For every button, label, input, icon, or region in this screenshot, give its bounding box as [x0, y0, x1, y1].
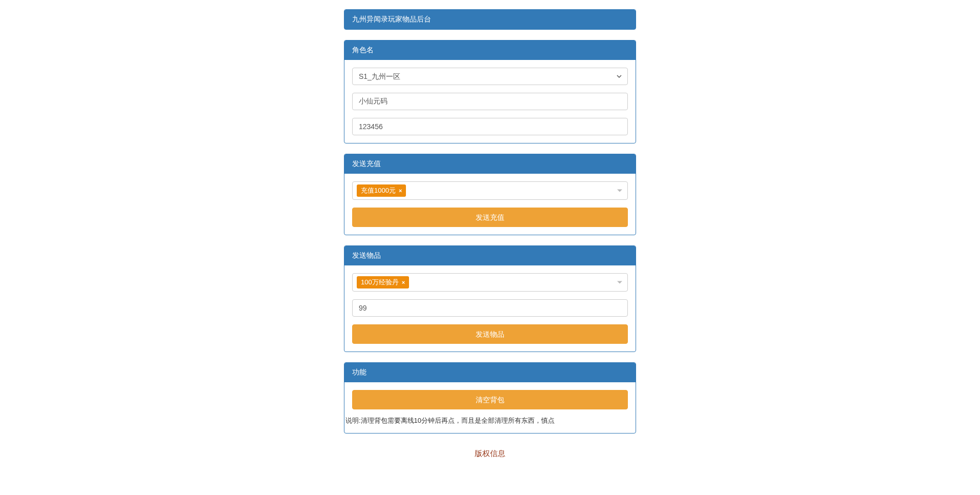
- clear-bag-note: 说明:清理背包需要离线10分钟后再点，而且是全部清理所有东西，慎点: [344, 416, 636, 433]
- item-tag-label: 100万经验丹: [361, 278, 399, 287]
- send-recharge-button[interactable]: 发送充值: [352, 208, 628, 227]
- chevron-down-icon: [617, 190, 622, 192]
- item-select[interactable]: 100万经验丹 ×: [352, 273, 628, 292]
- item-panel: 发送物品 100万经验丹 × 发送物品: [344, 245, 636, 352]
- recharge-select[interactable]: 充值1000元 ×: [352, 181, 628, 200]
- recharge-panel: 发送充值 充值1000元 × 发送充值: [344, 154, 636, 235]
- item-quantity-input[interactable]: [352, 299, 628, 317]
- clear-bag-button[interactable]: 清空背包: [352, 390, 628, 409]
- chevron-down-icon: [617, 281, 622, 284]
- header-panel: 九州异闻录玩家物品后台: [344, 9, 636, 30]
- role-id-input[interactable]: [352, 118, 628, 135]
- recharge-tag: 充值1000元 ×: [357, 184, 406, 197]
- remove-tag-icon[interactable]: ×: [402, 279, 405, 285]
- send-item-button[interactable]: 发送物品: [352, 324, 628, 344]
- footer-text: 版权信息: [344, 444, 636, 464]
- item-tag: 100万经验丹 ×: [357, 276, 409, 288]
- recharge-tag-label: 充值1000元: [361, 186, 396, 195]
- server-select[interactable]: S1_九州一区: [352, 68, 628, 85]
- function-panel-title: 功能: [344, 363, 636, 382]
- recharge-panel-title: 发送充值: [344, 154, 636, 174]
- function-panel: 功能 清空背包 说明:清理背包需要离线10分钟后再点，而且是全部清理所有东西，慎…: [344, 362, 636, 434]
- page-title: 九州异闻录玩家物品后台: [344, 10, 636, 29]
- role-panel-title: 角色名: [344, 40, 636, 60]
- role-name-input[interactable]: [352, 93, 628, 110]
- item-panel-title: 发送物品: [344, 246, 636, 265]
- role-panel: 角色名 S1_九州一区: [344, 40, 636, 143]
- remove-tag-icon[interactable]: ×: [399, 188, 402, 194]
